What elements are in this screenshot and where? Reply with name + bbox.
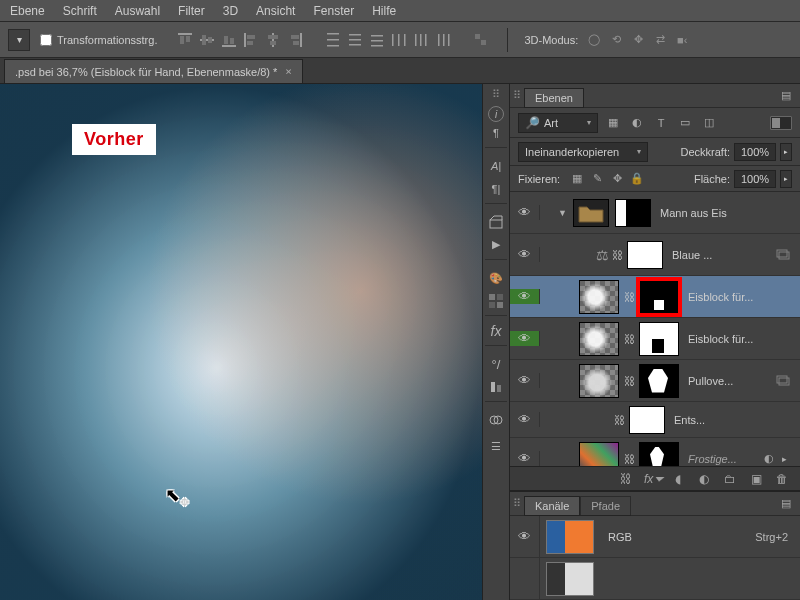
disclosure-icon[interactable]: ▸ [782,454,794,464]
tab-layers[interactable]: Ebenen [524,88,584,108]
channel-row[interactable] [510,558,800,600]
layer-pixel[interactable]: 👁 ⛓ Frostige... ◐ ▸ [510,438,800,466]
transform-controls-checkbox[interactable]: Transformationsstrg. [40,34,157,46]
visibility-toggle[interactable]: 👁 [510,247,540,262]
link-layers-icon[interactable]: ⛓ [618,472,634,486]
layer-name[interactable]: Eisblock für... [688,333,800,345]
menu-item[interactable]: Fenster [313,4,354,18]
adjustments-panel-icon[interactable] [485,408,507,432]
fill-input[interactable]: 100% [734,170,776,188]
grip-icon[interactable]: ⠿ [510,89,524,102]
filter-indicator-icon[interactable]: ◐ [762,452,776,465]
grip-icon[interactable]: ⠿ [510,497,524,510]
distribute-left-icon[interactable] [389,30,409,50]
blend-mode-dropdown[interactable]: Ineinanderkopieren ▾ [518,142,648,162]
layer-thumb[interactable] [579,364,619,398]
3d-zoom-icon[interactable]: ■‹ [674,32,690,48]
align-hcenter-icon[interactable] [263,30,283,50]
visibility-toggle[interactable]: 👁 [510,516,540,557]
3d-pan-icon[interactable]: ✥ [630,32,646,48]
layer-thumb[interactable] [579,442,619,467]
layer-thumb[interactable] [579,280,619,314]
lock-position-icon[interactable]: ✥ [610,172,624,185]
align-top-icon[interactable] [175,30,195,50]
tool-preset-dropdown[interactable]: ▾ [8,29,30,51]
visibility-toggle[interactable]: 👁 [510,205,540,220]
mask-thumb[interactable] [639,364,679,398]
layer-name[interactable]: Blaue ... [672,249,776,261]
channel-row[interactable]: 👁 RGB Strg+2 [510,516,800,558]
info-panel-icon[interactable]: i [488,106,504,122]
layer-pixel[interactable]: 👁 ⛓ Ents... [510,402,800,438]
fx-icon[interactable]: fx⏷ [644,472,660,486]
mask-thumb[interactable] [615,199,651,227]
link-icon[interactable]: ⛓ [622,291,636,303]
new-layer-icon[interactable]: ▣ [748,472,764,486]
align-bottom-icon[interactable] [219,30,239,50]
fill-stepper[interactable]: ▸ [780,170,792,188]
distribute-vcenter-icon[interactable] [345,30,365,50]
layer-name[interactable]: Pullove... [688,375,776,387]
layer-smart-object[interactable]: 👁 ⛓ Pullove... [510,360,800,402]
3d-slide-icon[interactable]: ⇄ [652,32,668,48]
opacity-stepper[interactable]: ▸ [780,143,792,161]
auto-align-icon[interactable] [471,30,491,50]
menu-item[interactable]: Filter [178,4,205,18]
menu-item[interactable]: Ebene [10,4,45,18]
filter-pixel-icon[interactable]: ▦ [604,114,622,132]
visibility-toggle[interactable]: 👁 [510,331,540,346]
close-icon[interactable]: × [285,65,292,78]
grip-icon[interactable]: ⠿ [486,90,506,98]
distribute-top-icon[interactable] [323,30,343,50]
color-panel-icon[interactable]: 🎨 [485,266,507,290]
filter-shape-icon[interactable]: ▭ [676,114,694,132]
visibility-toggle[interactable] [510,558,540,599]
align-left-icon[interactable] [241,30,261,50]
tab-channels[interactable]: Kanäle [524,496,580,516]
panel-menu-icon[interactable]: ▤ [776,89,796,102]
mask-thumb[interactable] [629,406,665,434]
delete-icon[interactable]: 🗑 [774,472,790,486]
visibility-toggle[interactable]: 👁 [510,289,540,304]
actions-panel-icon[interactable]: ▶ [485,236,507,260]
mask-thumb[interactable] [639,280,679,314]
new-adjustment-icon[interactable]: ◐ [696,472,712,486]
link-icon[interactable]: ⛓ [610,249,624,261]
link-icon[interactable]: ⛓ [622,453,636,465]
filter-toggle[interactable] [770,116,792,130]
lock-pixels-icon[interactable]: ✎ [590,172,604,185]
layer-smart-object[interactable]: 👁 ⛓ Eisblock für... [510,276,800,318]
mask-thumb[interactable] [639,442,679,467]
visibility-toggle[interactable]: 👁 [510,451,540,466]
styles-panel-icon[interactable]: fx [485,322,507,346]
paragraph2-panel-icon[interactable]: ¶| [485,180,507,204]
layer-name[interactable]: Mann aus Eis [660,207,800,219]
layer-thumb[interactable] [579,322,619,356]
filter-text-icon[interactable]: T [652,114,670,132]
menu-item[interactable]: Ansicht [256,4,295,18]
filter-smart-icon[interactable]: ◫ [700,114,718,132]
layer-group[interactable]: 👁 ▼ Mann aus Eis [510,192,800,234]
layer-smart-object[interactable]: 👁 ⛓ Eisblock für... [510,318,800,360]
mask-thumb[interactable] [627,241,663,269]
brush-panel-icon[interactable]: °/ [485,352,507,376]
opacity-input[interactable]: 100% [734,143,776,161]
link-icon[interactable]: ⛓ [612,414,626,426]
layer-name[interactable]: Ents... [674,414,800,426]
add-mask-icon[interactable]: ◖ [670,472,686,486]
brush-presets-panel-icon[interactable] [485,378,507,402]
visibility-toggle[interactable]: 👁 [510,412,540,427]
menu-item[interactable]: Auswahl [115,4,160,18]
3d-orbit-icon[interactable]: ◯ [586,32,602,48]
panel-menu-icon[interactable]: ▤ [776,497,796,510]
history-panel-icon[interactable] [485,210,507,234]
3d-roll-icon[interactable]: ⟲ [608,32,624,48]
paragraph-panel-icon[interactable]: ¶ [485,124,507,148]
mask-thumb[interactable] [639,322,679,356]
align-right-icon[interactable] [285,30,305,50]
menu-item[interactable]: 3D [223,4,238,18]
layer-name[interactable]: Frostige... [688,453,758,465]
align-vcenter-icon[interactable] [197,30,217,50]
filter-adjust-icon[interactable]: ◐ [628,114,646,132]
menu-item[interactable]: Hilfe [372,4,396,18]
